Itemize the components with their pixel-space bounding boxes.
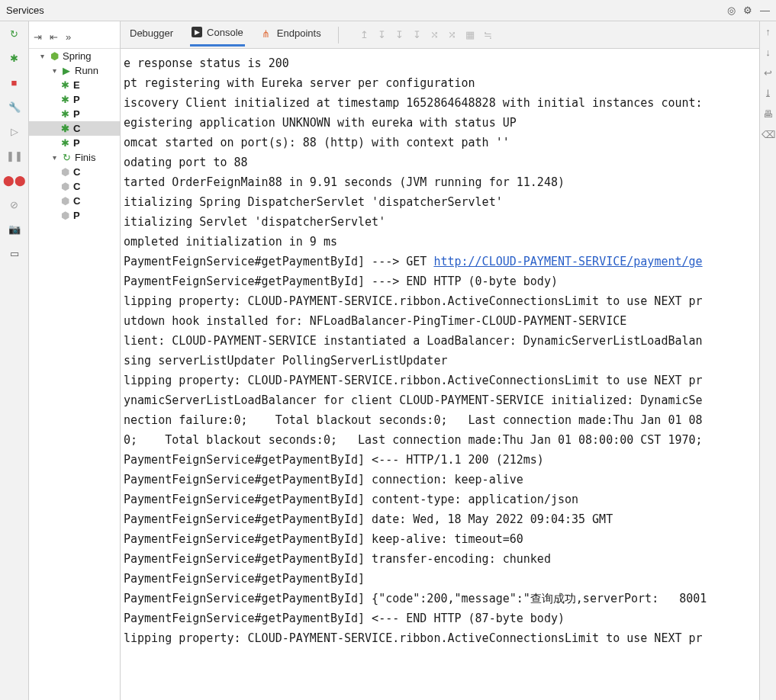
tree-item[interactable]: ⬢P [29, 208, 120, 223]
console-line: tarted OrderFeignMain88 in 9.91 seconds … [124, 172, 759, 192]
console-line: PaymentFeignService#getPaymentById] <---… [124, 608, 759, 628]
collapse-icon[interactable]: ⇤ [50, 31, 58, 43]
console-line: PaymentFeignService#getPaymentById] [124, 569, 759, 589]
console-link[interactable]: http://CLOUD-PAYMENT-SERVICE/payment/ge [433, 255, 702, 268]
clear-icon[interactable]: ⌫ [762, 129, 775, 140]
endpoints-icon: ⋔ [262, 28, 272, 39]
calc-icon[interactable]: ▦ [465, 29, 475, 40]
tree-item[interactable]: ✱E [29, 78, 120, 92]
print-icon[interactable]: 🖶 [763, 108, 773, 120]
tab-debugger[interactable]: Debugger [128, 24, 175, 45]
console-line: PaymentFeignService#getPaymentById] <---… [124, 450, 759, 470]
tab-console[interactable]: ▶ Console [190, 24, 245, 47]
console-line: PaymentFeignService#getPaymentById] --->… [124, 252, 759, 271]
console-icon: ▶ [192, 27, 202, 37]
console-line: e response status is 200 [124, 53, 759, 73]
console-line: PaymentFeignService#getPaymentById] {"co… [124, 589, 759, 608]
ghost-icon: ⬢ [60, 167, 70, 178]
tree-item[interactable]: ⬢C [29, 179, 120, 194]
down3-icon[interactable]: ↧ [413, 29, 421, 40]
console-line: sing serverListUpdater PollingServerList… [124, 351, 759, 371]
layout-icon[interactable]: ▭ [7, 246, 22, 261]
left-toolbar: ↻ ✱ ■ 🔧 ▷ ❚❚ ⬤⬤ ⊘ 📷 ▭ [0, 21, 29, 700]
expand-icon[interactable]: ⇥ [34, 31, 42, 43]
console-line: PaymentFeignService#getPaymentById] conn… [124, 470, 759, 490]
console-line: PaymentFeignService#getPaymentById] date… [124, 509, 759, 529]
titlebar: Services ◎ ⚙ — [0, 0, 776, 21]
up-arrow-icon[interactable]: ↑ [765, 26, 771, 37]
console-line: 0; Total blackout seconds:0; Last connec… [124, 430, 759, 450]
console-output[interactable]: e response status is 200pt registering w… [121, 49, 759, 700]
console-line: PaymentFeignService#getPaymentById] cont… [124, 490, 759, 509]
console-toolbar: ↥ ↧ ↧ ↧ ⤭ ⤮ ▦ ≒ [360, 29, 492, 40]
down2-icon[interactable]: ↧ [395, 29, 404, 40]
filter-icon[interactable]: ≒ [484, 29, 492, 40]
tree-running[interactable]: ▾ ▶ Runn [29, 63, 120, 78]
content-column: Debugger ▶ Console ⋔ Endpoints ↥ ↧ ↧ ↧ ⤭… [121, 21, 759, 700]
ghost-icon: ⬢ [60, 181, 70, 192]
console-line: lipping property: CLOUD-PAYMENT-SERVICE.… [124, 291, 759, 311]
target-icon[interactable]: ◎ [727, 5, 736, 16]
run-tree: ⇥ ⇤ » ▾ ⬢ Spring ▾ ▶ Runn ✱E ✱P ✱P ✱C ✱P… [29, 21, 121, 700]
tab-bar: Debugger ▶ Console ⋔ Endpoints ↥ ↧ ↧ ↧ ⤭… [121, 21, 759, 49]
tree-root-spring[interactable]: ▾ ⬢ Spring [29, 49, 120, 63]
chevron-down-icon: ▾ [50, 153, 58, 162]
chevron-down-icon: ▾ [50, 66, 58, 75]
tree-item[interactable]: ⬢C [29, 165, 120, 179]
bug-icon: ✱ [60, 138, 70, 149]
breakpoint-icon[interactable]: ⬤⬤ [7, 172, 22, 188]
console-line: lipping property: CLOUD-PAYMENT-SERVICE.… [124, 628, 759, 648]
bug-icon: ✱ [60, 109, 70, 120]
console-line: itializing Spring DispatcherServlet 'dis… [124, 192, 759, 212]
more-icon[interactable]: » [66, 31, 71, 43]
minimize-icon[interactable]: — [760, 5, 770, 16]
mute-icon[interactable]: ⊘ [7, 197, 22, 212]
ghost-icon: ⬢ [60, 210, 70, 221]
console-line: ompleted initialization in 9 ms [124, 232, 759, 252]
tree-item-selected[interactable]: ✱C [29, 121, 120, 136]
scroll-icon[interactable]: ⤓ [764, 88, 772, 99]
gear-icon[interactable]: ⚙ [743, 5, 752, 16]
console-line: nection failure:0; Total blackout second… [124, 410, 759, 430]
tab-endpoints[interactable]: ⋔ Endpoints [260, 24, 323, 45]
tree-item[interactable]: ✱P [29, 107, 120, 121]
stop-icon[interactable]: ■ [7, 75, 22, 90]
console-line: egistering application UNKNOWN with eure… [124, 113, 759, 133]
run-icon: ▶ [61, 66, 72, 76]
chevron-down-icon: ▾ [38, 52, 46, 60]
tree-item[interactable]: ⬢C [29, 194, 120, 208]
tree-finished[interactable]: ▾ ↻ Finis [29, 150, 120, 165]
console-line: ynamicServerListLoadBalancer for client … [124, 390, 759, 410]
wrench-icon[interactable]: 🔧 [7, 99, 22, 114]
console-line: lipping property: CLOUD-PAYMENT-SERVICE.… [124, 371, 759, 390]
ghost-icon: ⬢ [60, 196, 70, 207]
refresh-icon: ↻ [61, 153, 72, 163]
swap-icon[interactable]: ⤭ [430, 29, 439, 40]
down-icon[interactable]: ↧ [378, 29, 386, 40]
divider [338, 27, 339, 43]
pause-icon[interactable]: ❚❚ [7, 148, 22, 163]
console-line: PaymentFeignService#getPaymentById] tran… [124, 549, 759, 569]
bug-icon: ✱ [60, 124, 70, 134]
swap2-icon[interactable]: ⤮ [448, 29, 456, 40]
bug-icon: ✱ [60, 80, 70, 91]
bug-icon: ✱ [60, 95, 70, 105]
step-icon[interactable]: ▷ [7, 124, 22, 139]
console-line: pt registering with Eureka server per co… [124, 73, 759, 93]
console-line: PaymentFeignService#getPaymentById] keep… [124, 529, 759, 549]
console-line: utdown hook installed for: NFLoadBalance… [124, 311, 759, 331]
rerun-icon[interactable]: ↻ [7, 26, 22, 41]
up-icon[interactable]: ↥ [360, 29, 369, 40]
console-line: itializing Servlet 'dispatcherServlet' [124, 212, 759, 232]
right-toolbar: ↑ ↓ ↩ ⤓ 🖶 ⌫ [759, 21, 776, 700]
console-line: omcat started on port(s): 88 (http) with… [124, 133, 759, 153]
bug-run-icon[interactable]: ✱ [7, 50, 22, 66]
down-arrow-icon[interactable]: ↓ [765, 47, 771, 58]
camera-icon[interactable]: 📷 [7, 221, 22, 236]
tree-item[interactable]: ✱P [29, 92, 120, 107]
window-title: Services [6, 5, 727, 16]
wrap-icon[interactable]: ↩ [764, 67, 772, 79]
tree-toolbar: ⇥ ⇤ » [29, 26, 120, 49]
tree-item[interactable]: ✱P [29, 136, 120, 150]
console-line: odating port to 88 [124, 153, 759, 172]
